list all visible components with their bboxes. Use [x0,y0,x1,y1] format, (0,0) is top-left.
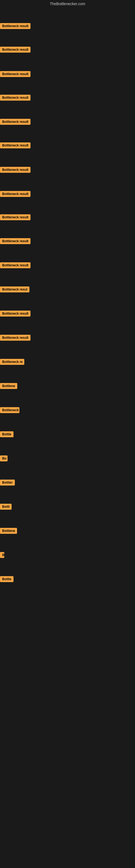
badge-row-3[interactable]: Bottleneck result [0,71,31,78]
bottleneck-badge-11[interactable]: Bottleneck result [0,262,31,268]
bottleneck-badge-22[interactable]: Bottlene [0,528,17,534]
site-title: TheBottlenecker.com [0,0,135,8]
badge-row-19[interactable]: Bo [0,456,8,463]
badge-row-10[interactable]: Bottleneck result [0,238,31,245]
bottleneck-badge-15[interactable]: Bottleneck re [0,359,24,365]
bottleneck-badge-23[interactable]: B [0,552,4,558]
badge-row-14[interactable]: Bottleneck result [0,335,31,342]
bottleneck-badge-6[interactable]: Bottleneck result [0,143,31,148]
badge-row-23[interactable]: B [0,552,4,559]
badge-row-17[interactable]: Bottleneck [0,407,19,414]
bottleneck-badge-2[interactable]: Bottleneck result [0,46,31,53]
badge-row-20[interactable]: Bottler [0,479,15,487]
bottleneck-badge-16[interactable]: Bottlene [0,383,17,389]
badge-row-15[interactable]: Bottleneck re [0,359,24,366]
bottleneck-badge-1[interactable]: Bottleneck result [0,23,31,29]
badge-row-1[interactable]: Bottleneck result [0,23,31,30]
badge-row-24[interactable]: Bottle [0,576,13,583]
badge-row-8[interactable]: Bottleneck result [0,191,31,198]
bottleneck-badge-19[interactable]: Bo [0,456,8,461]
bottleneck-badge-14[interactable]: Bottleneck result [0,335,31,341]
badge-row-9[interactable]: Bottleneck result [0,214,31,221]
bottleneck-badge-12[interactable]: Bottleneck resul [0,286,30,292]
badge-row-4[interactable]: Bottleneck result [0,95,31,102]
badge-row-22[interactable]: Bottlene [0,528,17,535]
badge-row-12[interactable]: Bottleneck resul [0,286,30,293]
bottleneck-badge-20[interactable]: Bottler [0,479,15,486]
bottleneck-badge-7[interactable]: Bottleneck result [0,167,31,173]
bottleneck-badge-9[interactable]: Bottleneck result [0,214,31,220]
badge-row-7[interactable]: Bottleneck result [0,167,31,174]
badge-row-11[interactable]: Bottleneck result [0,262,31,269]
bottleneck-badge-3[interactable]: Bottleneck result [0,71,31,77]
bottleneck-badge-4[interactable]: Bottleneck result [0,95,31,101]
bottleneck-badge-18[interactable]: Bottle [0,431,13,437]
badge-row-5[interactable]: Bottleneck result [0,119,31,126]
bottleneck-badge-13[interactable]: Bottleneck result [0,311,31,316]
badge-row-16[interactable]: Bottlene [0,383,17,390]
bottleneck-badge-8[interactable]: Bottleneck result [0,191,31,197]
bottleneck-badge-21[interactable]: Bottl [0,504,12,510]
bottleneck-badge-24[interactable]: Bottle [0,576,13,582]
bottleneck-badge-5[interactable]: Bottleneck result [0,119,31,125]
badge-row-18[interactable]: Bottle [0,431,13,438]
badge-row-2[interactable]: Bottleneck result [0,46,31,54]
bottleneck-badge-10[interactable]: Bottleneck result [0,238,31,244]
bottleneck-badge-17[interactable]: Bottleneck [0,407,19,413]
badge-row-13[interactable]: Bottleneck result [0,311,31,318]
badge-row-21[interactable]: Bottl [0,504,12,511]
badge-row-6[interactable]: Bottleneck result [0,143,31,150]
